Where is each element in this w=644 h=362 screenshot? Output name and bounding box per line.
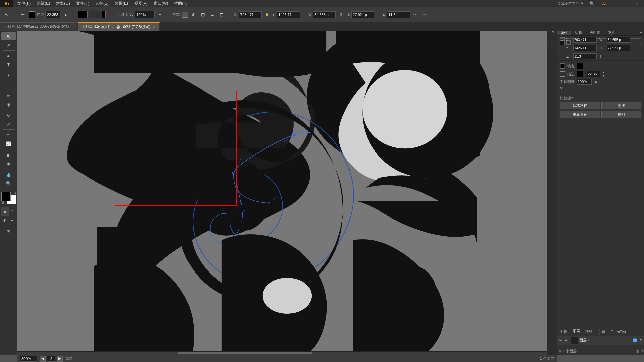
y-attr-input[interactable] <box>573 45 597 51</box>
y-coord-input[interactable] <box>277 11 300 18</box>
stroke-swatch-panel[interactable] <box>577 71 583 77</box>
menu-edit[interactable]: 编辑(E) <box>34 0 53 7</box>
char-tab[interactable]: 字符 <box>595 328 608 335</box>
tool-line[interactable]: \ <box>1 72 16 80</box>
opacity-dropdown-icon[interactable]: ▼ <box>156 11 164 19</box>
tab-2-close[interactable]: ✕ <box>153 25 155 29</box>
path-tab[interactable]: 路径 <box>583 328 595 335</box>
menu-file[interactable]: 文件(F) <box>15 0 33 7</box>
horizontal-scrollbar[interactable] <box>17 351 553 355</box>
tool-pen[interactable]: ✒ <box>1 52 16 60</box>
layers-tab[interactable]: 图层 <box>570 328 583 335</box>
toolbar-selection-icon[interactable]: ↖ <box>3 11 11 19</box>
menu-select[interactable]: 选择(S) <box>93 0 111 7</box>
menu-search-icon[interactable]: 🔍 <box>587 1 597 7</box>
tab-1-close[interactable]: ✕ <box>71 25 73 28</box>
more-options-icon[interactable]: ⋯ <box>411 11 419 19</box>
normal-view-btn[interactable]: ◐ <box>1 216 9 224</box>
full-view-btn[interactable]: ● <box>9 216 16 224</box>
arrange-btn[interactable]: 排列 <box>601 111 642 118</box>
tool-eyedropper[interactable]: 💧 <box>1 171 16 179</box>
menu-effect[interactable]: 效果(E) <box>112 0 131 7</box>
menu-minimize[interactable]: ─ <box>611 1 620 7</box>
artboard-tab[interactable]: 画板 <box>557 328 570 335</box>
menu-close[interactable]: ✕ <box>633 1 641 7</box>
layer-1-visibility[interactable]: 👁 <box>558 338 563 342</box>
stroke-up-icon[interactable]: ▲ <box>62 11 70 19</box>
tool-selection[interactable]: ↖ <box>1 32 16 40</box>
tool-blend[interactable]: ⊕ <box>1 160 16 168</box>
align-icon[interactable]: ☰ <box>421 11 429 19</box>
menu-help[interactable]: 帮助(H) <box>171 0 191 7</box>
w-link-icon[interactable]: ⛓ <box>337 11 345 19</box>
workspace-selector[interactable]: 传统基本功能 ▼ <box>557 1 584 6</box>
menu-text[interactable]: 文字(T) <box>73 0 92 7</box>
style-dist[interactable]: ⊟ <box>218 11 226 19</box>
zoom-level-input[interactable] <box>20 356 37 362</box>
menu-adobe-icon[interactable]: Ai <box>600 1 609 7</box>
tool-brush[interactable]: ✏ <box>1 92 16 100</box>
props-tab-transform[interactable]: 变换 <box>604 30 619 35</box>
menu-object[interactable]: 对象(O) <box>53 0 72 7</box>
tool-rect[interactable]: □ <box>1 80 16 88</box>
style-options[interactable]: ⊕ <box>190 11 198 19</box>
w-coord-input[interactable] <box>313 11 336 18</box>
new-artboard-btn[interactable]: □ <box>641 349 643 353</box>
menu-maximize[interactable]: □ <box>622 1 630 7</box>
stroke-width-panel-input[interactable] <box>587 71 600 77</box>
tool-type[interactable]: T <box>1 61 16 69</box>
tool-direct-selection[interactable]: ↗ <box>1 41 16 49</box>
new-layer-btn[interactable]: ⊕ <box>558 349 561 353</box>
page-input[interactable] <box>47 356 55 362</box>
lock-proportions-icon[interactable]: 🔒 <box>263 11 271 19</box>
angle-input[interactable] <box>387 11 410 18</box>
tool-rotate[interactable]: ↻ <box>1 111 16 119</box>
angle-attr-input[interactable] <box>573 53 597 59</box>
tool-warp[interactable]: 〜 <box>1 131 16 139</box>
style-align[interactable]: ≡ <box>208 11 216 19</box>
stroke-box-icon[interactable] <box>29 11 35 18</box>
deco-btn-4[interactable]: ⊡ <box>548 35 556 43</box>
tab-1[interactable]: 元旦星凡始讲解.ai @ 800% (RGB/预览) ✕ <box>0 22 78 31</box>
props-tab-opacity[interactable]: 透明度 <box>586 30 604 35</box>
style-grid[interactable]: ⊞ <box>199 11 207 19</box>
stroke-width-input[interactable] <box>45 11 60 18</box>
offset-path-btn[interactable]: 位移路径 <box>560 102 600 109</box>
stroke-width-up[interactable]: ▲▼ <box>602 71 605 77</box>
opacity-input[interactable] <box>135 11 155 18</box>
tool-gradient[interactable]: ◧ <box>1 151 16 159</box>
tool-graph[interactable]: 📈 <box>1 140 16 148</box>
tool-artboard[interactable]: ⊡ <box>1 227 16 235</box>
layer-1-options[interactable]: ⊕ <box>640 338 643 342</box>
layer-1-name[interactable]: 图层 1 <box>579 338 632 343</box>
fill-mode-btn[interactable]: ■ <box>1 207 9 216</box>
props-tab-attrs[interactable]: 属性 <box>557 30 572 35</box>
delete-layer-btn[interactable]: 🗑 <box>636 349 639 353</box>
style-box[interactable] <box>182 12 188 18</box>
w-attr-input[interactable] <box>607 37 630 43</box>
menu-window[interactable]: 窗口(W) <box>151 0 171 7</box>
x-attr-input[interactable] <box>573 37 597 43</box>
h-coord-input[interactable] <box>351 11 374 18</box>
h-attr-input[interactable] <box>607 45 630 51</box>
opacity-prop-input[interactable] <box>577 79 592 85</box>
opentype-tab[interactable]: OpenTyp <box>608 328 629 335</box>
prev-page-btn[interactable]: ◀ <box>40 356 46 362</box>
color-reset-icon[interactable]: ⊟ <box>1 201 4 204</box>
props-panel-menu[interactable]: ≡ <box>638 30 644 35</box>
angle-direction[interactable]: ↕ <box>599 54 602 59</box>
foreground-color[interactable] <box>1 192 11 201</box>
opacity-expand[interactable]: ▶ <box>595 80 598 84</box>
x-coord-input[interactable] <box>239 11 262 18</box>
stroke-mode-btn[interactable]: □ <box>9 207 16 216</box>
h-scroll-thumb[interactable] <box>178 352 312 354</box>
fill-color-swatch[interactable] <box>78 11 88 18</box>
menu-view[interactable]: 视图(V) <box>131 0 150 7</box>
layer-1-expand[interactable]: ▶ <box>565 338 569 342</box>
canvas-area[interactable] <box>17 31 557 355</box>
fill-swatch[interactable] <box>577 63 583 69</box>
stroke-style-icon[interactable]: ✒ <box>19 11 27 19</box>
recolor-btn[interactable]: 重新着色 <box>560 111 600 118</box>
next-page-btn[interactable]: ▶ <box>57 356 63 362</box>
tab-2[interactable]: 元旦星凡始源文件.ai @ 100% (RGB/预览) ✕ <box>78 22 159 31</box>
